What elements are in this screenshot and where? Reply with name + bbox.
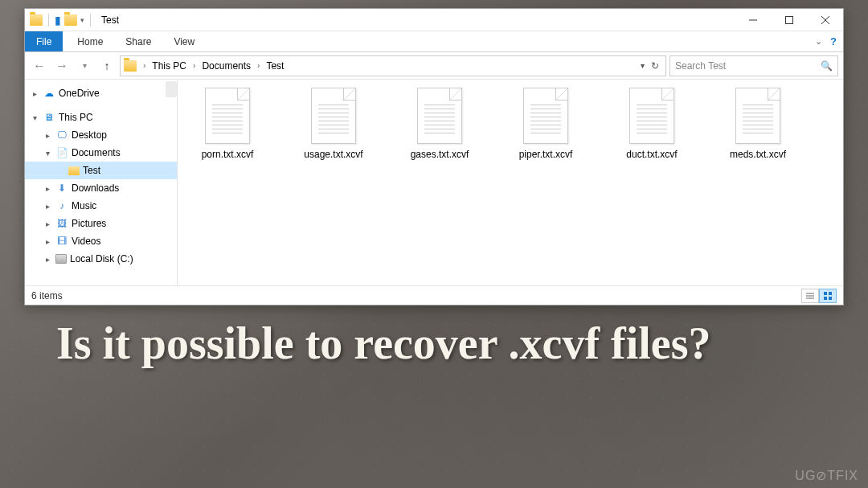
expander-icon[interactable]: ▸	[43, 131, 52, 140]
qat-pin-icon[interactable]: ▮	[55, 14, 61, 27]
file-icon	[735, 88, 780, 144]
chevron-right-icon[interactable]: ›	[141, 61, 147, 70]
search-box[interactable]: 🔍	[669, 55, 838, 76]
file-icon	[205, 88, 250, 144]
body: ▸ ☁ OneDrive ▾ 🖥 This PC ▸ 🖵 Desktop ▾ 📄…	[25, 80, 843, 285]
tree-item-test[interactable]: Test	[25, 162, 177, 179]
tree-item-music[interactable]: ▸ ♪ Music	[25, 197, 177, 215]
expander-icon[interactable]: ▸	[30, 89, 39, 98]
navigation-pane[interactable]: ▸ ☁ OneDrive ▾ 🖥 This PC ▸ 🖵 Desktop ▾ 📄…	[25, 80, 178, 285]
close-button[interactable]	[807, 9, 843, 31]
file-item[interactable]: meds.txt.xcvf	[719, 88, 796, 160]
documents-icon: 📄	[55, 146, 68, 159]
svg-rect-7	[824, 292, 827, 295]
expander-icon[interactable]: ▸	[43, 237, 52, 246]
file-name: meds.txt.xcvf	[730, 149, 786, 160]
minimize-button[interactable]	[735, 9, 771, 31]
search-input[interactable]	[675, 60, 821, 72]
file-icon	[629, 88, 674, 144]
disk-icon	[55, 254, 67, 264]
breadcrumb-segment[interactable]: Documents	[199, 56, 254, 76]
status-bar: 6 items	[25, 285, 843, 305]
window-controls	[735, 9, 843, 31]
expander-icon[interactable]: ▾	[43, 149, 52, 158]
ribbon-tab-file[interactable]: File	[25, 31, 63, 51]
expander-icon[interactable]: ▾	[30, 113, 39, 122]
file-item[interactable]: porn.txt.xcvf	[189, 88, 266, 160]
onedrive-icon: ☁	[43, 87, 55, 100]
icons-view-button[interactable]	[819, 289, 837, 303]
up-button[interactable]: ↑	[97, 56, 117, 76]
svg-rect-1	[785, 16, 792, 23]
tree-item-pictures[interactable]: ▸ 🖼 Pictures	[25, 215, 177, 232]
file-item[interactable]: duct.txt.xcvf	[613, 88, 690, 160]
pictures-icon: 🖼	[55, 217, 68, 230]
chevron-right-icon[interactable]: ›	[256, 61, 261, 70]
tree-label: Documents	[72, 147, 121, 158]
chevron-right-icon[interactable]: ›	[191, 61, 197, 70]
tree-item-onedrive[interactable]: ▸ ☁ OneDrive	[25, 84, 177, 102]
videos-icon: 🎞	[55, 235, 68, 248]
file-item[interactable]: gases.txt.xcvf	[401, 88, 478, 160]
tree-label: This PC	[59, 112, 93, 123]
forward-button[interactable]: →	[52, 56, 72, 76]
qat-dropdown-icon[interactable]: ▾	[80, 16, 84, 24]
maximize-button[interactable]	[771, 9, 807, 31]
file-item[interactable]: usage.txt.xcvf	[295, 88, 372, 160]
file-icon	[311, 88, 356, 144]
expander-icon[interactable]: ▸	[43, 202, 52, 211]
desktop-icon: 🖵	[55, 129, 68, 141]
navigation-bar: ← → ▾ ↑ › This PC › Documents › Test ▾ ↻…	[25, 52, 843, 80]
breadcrumb-segment[interactable]: This PC	[149, 56, 190, 76]
tree-label: Local Disk (C:)	[70, 253, 133, 265]
downloads-icon: ⬇	[55, 182, 68, 195]
breadcrumb-segment[interactable]: Test	[263, 56, 287, 76]
tree-label: Test	[83, 165, 100, 176]
tree-item-downloads[interactable]: ▸ ⬇ Downloads	[25, 179, 177, 197]
file-name: porn.txt.xcvf	[202, 149, 254, 160]
file-item[interactable]: piper.txt.xcvf	[507, 88, 584, 160]
tree-label: Music	[72, 200, 96, 211]
quick-access-toolbar: ▮ ▾ Test	[25, 14, 119, 27]
ribbon-tab-view[interactable]: View	[162, 31, 206, 51]
titlebar: ▮ ▾ Test	[25, 9, 843, 31]
file-name: duct.txt.xcvf	[626, 149, 677, 160]
ribbon-tab-share[interactable]: Share	[114, 31, 162, 51]
window-title: Test	[101, 14, 119, 26]
close-icon	[821, 16, 829, 24]
back-button[interactable]: ←	[30, 56, 49, 76]
tree-label: OneDrive	[59, 88, 100, 99]
file-icon	[417, 88, 462, 144]
ribbon-expand-icon[interactable]: ⌄	[815, 36, 822, 47]
maximize-icon	[785, 16, 793, 24]
search-icon[interactable]: 🔍	[821, 60, 833, 72]
tree-item-desktop[interactable]: ▸ 🖵 Desktop	[25, 126, 177, 144]
details-view-button[interactable]	[801, 289, 819, 303]
tree-label: Pictures	[72, 218, 106, 229]
address-dropdown-icon[interactable]: ▾	[641, 61, 645, 70]
tree-item-videos[interactable]: ▸ 🎞 Videos	[25, 232, 177, 250]
refresh-icon[interactable]: ↻	[651, 60, 659, 72]
explorer-window: ▮ ▾ Test File Home Share View ⌄ ?	[24, 8, 844, 306]
address-bar[interactable]: › This PC › Documents › Test ▾ ↻	[120, 55, 666, 76]
help-icon[interactable]: ?	[830, 35, 837, 47]
ribbon-tab-home[interactable]: Home	[66, 31, 114, 51]
file-list[interactable]: porn.txt.xcvf usage.txt.xcvf gases.txt.x…	[178, 80, 843, 285]
expander-icon[interactable]: ▸	[43, 255, 52, 264]
address-folder-icon	[124, 60, 137, 72]
window-icon	[30, 14, 43, 26]
svg-rect-10	[829, 297, 832, 300]
recent-locations-button[interactable]: ▾	[75, 56, 94, 76]
expander-icon[interactable]: ▸	[43, 219, 52, 228]
tree-item-documents[interactable]: ▾ 📄 Documents	[25, 144, 177, 162]
file-name: usage.txt.xcvf	[304, 149, 362, 160]
thispc-icon: 🖥	[43, 111, 55, 124]
tree-item-localdisk[interactable]: ▸ Local Disk (C:)	[25, 250, 177, 268]
qat-folder-icon[interactable]	[64, 14, 77, 26]
qat-separator-2	[90, 14, 91, 27]
expander-icon[interactable]: ▸	[43, 184, 52, 193]
tree-item-thispc[interactable]: ▾ 🖥 This PC	[25, 109, 177, 126]
folder-icon	[68, 166, 80, 175]
music-icon: ♪	[55, 199, 68, 212]
qat-separator	[48, 14, 49, 27]
